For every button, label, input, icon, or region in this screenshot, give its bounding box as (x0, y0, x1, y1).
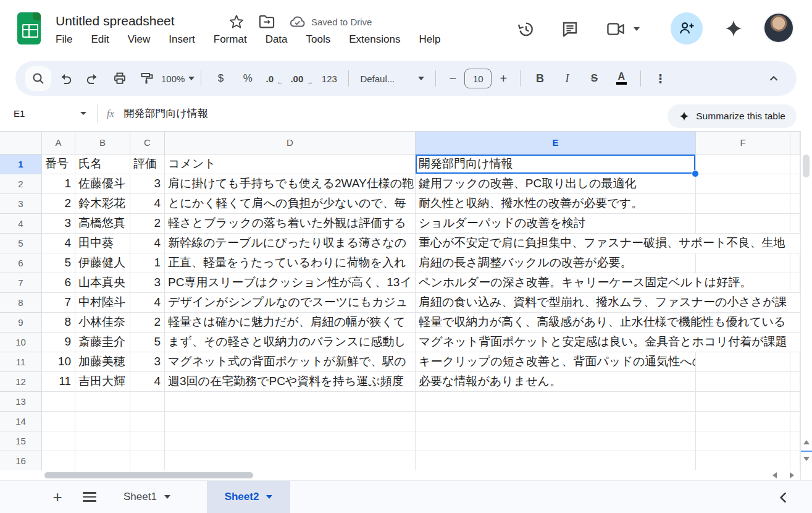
column-header-E[interactable]: E (416, 132, 696, 155)
collapse-toolbar-icon[interactable] (761, 66, 787, 91)
cell-x2[interactable] (790, 174, 800, 194)
column-header-A[interactable]: A (42, 132, 75, 155)
cell-A4[interactable]: 3 (42, 214, 75, 234)
cell-x9[interactable] (790, 313, 800, 333)
cell-F4[interactable] (696, 214, 790, 234)
zoom-control[interactable]: 100% (161, 66, 195, 91)
row-header-12[interactable]: 12 (0, 372, 42, 392)
cell-C7[interactable]: 3 (130, 273, 165, 293)
cell-x10[interactable] (790, 333, 800, 352)
select-all-corner[interactable] (0, 132, 42, 155)
cell-D9[interactable]: 軽量さは確かに魅力だが、肩紐の幅が狭くて (165, 313, 416, 333)
cell-D4[interactable]: 軽さとブラックの落ち着いた外観は評価する (165, 214, 416, 234)
cell-B16[interactable] (75, 451, 130, 470)
cell-x3[interactable] (790, 194, 800, 214)
tab-sheet1[interactable]: Sheet1 (123, 481, 170, 513)
cell-E2[interactable]: 鍵用フックの改善、PC取り出しの最適化 (416, 174, 696, 194)
tab-sheet1-caret[interactable] (164, 495, 170, 499)
cell-B6[interactable]: 伊藤健人 (75, 253, 130, 273)
horizontal-scrollbar-thumb[interactable] (44, 472, 253, 478)
cell-E14[interactable] (416, 412, 696, 431)
cell-B10[interactable]: 斎藤圭介 (75, 333, 130, 352)
menu-insert[interactable]: Insert (169, 33, 195, 46)
column-header-F[interactable]: F (696, 132, 790, 155)
cell-E7[interactable]: ペンホルダーの深さ改善。キャリーケース固定ベルトは好評。 (416, 273, 696, 293)
row-header-16[interactable]: 16 (0, 451, 42, 470)
cell-D2[interactable]: 肩に掛けても手持ちでも使える2WAY仕様の鞄 (165, 174, 416, 194)
cell-D6[interactable]: 正直、軽量をうたっているわりに荷物を入れ (165, 253, 416, 273)
cell-D16[interactable] (165, 451, 416, 470)
cell-D12[interactable]: 週3回の在宅勤務でPCや資料を持ち運ぶ頻度 (165, 372, 416, 392)
cell-C3[interactable]: 4 (130, 194, 165, 214)
vertical-scrollbar[interactable] (800, 131, 812, 480)
row-header-5[interactable]: 5 (0, 234, 42, 253)
text-color-button[interactable]: A (608, 66, 634, 91)
font-size-input[interactable]: 10 (464, 69, 492, 88)
row-header-2[interactable]: 2 (0, 174, 42, 194)
cell-x1[interactable] (790, 155, 800, 174)
cell-D10[interactable]: まず、その軽さと収納力のバランスに感動し (165, 333, 416, 352)
cell-A16[interactable] (42, 451, 75, 470)
font-family-select[interactable]: Defaul... (355, 66, 429, 91)
cell-C2[interactable]: 3 (130, 174, 165, 194)
cell-x5[interactable] (790, 234, 800, 253)
version-history-icon[interactable] (516, 20, 535, 38)
redo-icon[interactable] (80, 66, 106, 91)
cell-A12[interactable]: 11 (42, 372, 75, 392)
toolbar-search-icon[interactable] (25, 66, 51, 91)
cell-E15[interactable] (416, 431, 696, 451)
cell-F6[interactable] (696, 253, 790, 273)
cell-C10[interactable]: 5 (130, 333, 165, 352)
row-header-10[interactable]: 10 (0, 333, 42, 352)
cell-x8[interactable] (790, 293, 800, 313)
cell-E10[interactable]: マグネット背面ポケットと安定感は良い。金具音とホコリ付着が課題 (416, 333, 696, 352)
cell-B9[interactable]: 小林佳奈 (75, 313, 130, 333)
cell-E8[interactable]: 肩紐の食い込み、資料で型崩れ、撥水ムラ、ファスナーの小ささが課 (416, 293, 696, 313)
cell-B11[interactable]: 加藤美穂 (75, 352, 130, 372)
cell-E5[interactable]: 重心が不安定で肩に負担集中、ファスナー破損、サポート不良、生地 (416, 234, 696, 253)
cell-x4[interactable] (790, 214, 800, 234)
cell-E4[interactable]: ショルダーパッドの改善を検討 (416, 214, 696, 234)
cell-B12[interactable]: 吉田大輝 (75, 372, 130, 392)
italic-button[interactable]: I (554, 66, 580, 91)
percent-format-button[interactable]: % (235, 66, 261, 91)
cell-A5[interactable]: 4 (42, 234, 75, 253)
strikethrough-button[interactable]: S (581, 66, 607, 91)
name-box-caret[interactable] (80, 112, 86, 115)
increase-font-size-button[interactable]: + (493, 66, 514, 91)
menu-data[interactable]: Data (266, 33, 288, 46)
cell-A15[interactable] (42, 431, 75, 451)
cell-B15[interactable] (75, 431, 130, 451)
menu-edit[interactable]: Edit (91, 33, 109, 46)
cell-E3[interactable]: 耐久性と収納、撥水性の改善が必要です。 (416, 194, 696, 214)
cell-E11[interactable]: キークリップの短さ改善と、背面パッドの通気性への評価。 (416, 352, 696, 372)
cell-F1[interactable] (696, 155, 790, 174)
cell-x6[interactable] (790, 253, 800, 273)
scroll-right-icon[interactable] (783, 470, 800, 480)
cell-C6[interactable]: 1 (130, 253, 165, 273)
cell-C16[interactable] (130, 451, 165, 470)
cell-x15[interactable] (790, 431, 800, 451)
cell-A13[interactable] (42, 392, 75, 412)
row-header-4[interactable]: 4 (0, 214, 42, 234)
row-header-6[interactable]: 6 (0, 253, 42, 273)
horizontal-scrollbar[interactable] (0, 470, 800, 480)
cell-x16[interactable] (790, 451, 800, 470)
cell-D5[interactable]: 新幹線のテーブルにぴったり収まる薄さなの (165, 234, 416, 253)
scroll-down-icon[interactable] (803, 457, 810, 461)
row-header-8[interactable]: 8 (0, 293, 42, 313)
star-icon[interactable] (228, 14, 245, 30)
cell-B4[interactable]: 高橋悠真 (75, 214, 130, 234)
vertical-scrollbar-thumb[interactable] (803, 155, 810, 177)
cell-A2[interactable]: 1 (42, 174, 75, 194)
summarize-table-button[interactable]: Summarize this table (668, 104, 797, 128)
print-icon[interactable] (107, 66, 133, 91)
row-header-9[interactable]: 9 (0, 313, 42, 333)
menu-extensions[interactable]: Extensions (349, 33, 400, 46)
column-header-B[interactable]: B (75, 132, 130, 155)
collapse-panel-icon[interactable] (776, 490, 792, 506)
cell-B1[interactable]: 氏名 (75, 155, 130, 174)
sheets-logo-icon[interactable] (17, 12, 41, 45)
cell-x7[interactable] (790, 273, 800, 293)
formula-input[interactable]: 開発部門向け情報 (124, 106, 208, 121)
